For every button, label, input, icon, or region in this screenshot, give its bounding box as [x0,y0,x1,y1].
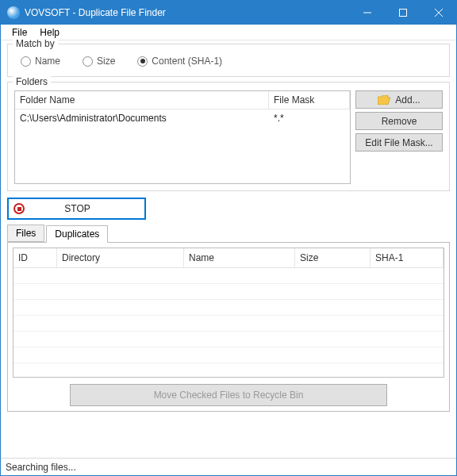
cell-file-mask: *.* [269,109,350,127]
folders-buttons: Add... Remove Edit File Mask... [355,90,443,184]
col-name[interactable]: Name [184,248,295,267]
window-controls [349,1,456,25]
col-id[interactable]: ID [13,248,57,267]
stop-icon [13,203,25,214]
tab-files[interactable]: Files [7,225,44,242]
radio-size-label: Size [97,56,115,67]
cell-folder-name: C:\Users\Administrator\Documents [15,109,269,127]
radio-content[interactable]: Content (SHA-1) [137,56,222,67]
folders-group: Folders Folder Name File Mask C:\Users\A… [7,82,450,191]
results-grid-body [13,268,444,363]
stop-button-label: STOP [29,203,144,214]
window-title: VOVSOFT - Duplicate File Finder [25,7,349,18]
move-to-recycle-button: Move Checked Files to Recycle Bin [70,384,387,406]
menu-bar: File Help [1,25,456,40]
grid-empty-row [13,284,444,300]
col-folder-name[interactable]: Folder Name [15,91,269,109]
folders-table-row[interactable]: C:\Users\Administrator\Documents *.* [15,109,350,127]
results-panel: ID Directory Name Size SHA-1 Move Checke… [7,242,450,412]
grid-empty-row [13,347,444,363]
folders-legend: Folders [13,76,51,87]
edit-file-mask-button[interactable]: Edit File Mask... [355,133,443,152]
folder-open-icon [378,95,390,105]
grid-empty-row [13,332,444,347]
app-icon [7,6,20,19]
grid-empty-row [13,268,444,284]
col-sha1[interactable]: SHA-1 [371,248,444,267]
radio-circle-icon [21,56,31,67]
recycle-button-label: Move Checked Files to Recycle Bin [154,390,304,401]
close-button[interactable] [421,1,456,25]
remove-button[interactable]: Remove [355,112,443,130]
results-grid-header: ID Directory Name Size SHA-1 [13,248,444,268]
edit-mask-button-label: Edit File Mask... [365,137,432,148]
add-button[interactable]: Add... [355,90,443,109]
menu-file[interactable]: File [6,25,33,40]
col-directory[interactable]: Directory [57,248,184,267]
add-button-label: Add... [395,94,420,106]
folders-table[interactable]: Folder Name File Mask C:\Users\Administr… [14,90,351,184]
radio-circle-icon [137,56,148,67]
tab-duplicates[interactable]: Duplicates [46,225,108,243]
col-file-mask[interactable]: File Mask [269,91,350,109]
match-by-group: Match by Name Size Content (SHA-1) [7,44,450,77]
radio-circle-icon [83,56,93,67]
svg-rect-1 [399,10,406,17]
minimize-button[interactable] [349,1,385,25]
radio-content-label: Content (SHA-1) [152,56,222,67]
col-size[interactable]: Size [295,248,371,267]
grid-empty-row [13,316,444,332]
folders-table-header: Folder Name File Mask [15,91,350,109]
status-text: Searching files... [6,462,76,473]
title-bar: VOVSOFT - Duplicate File Finder [1,1,456,25]
grid-empty-row [13,300,444,316]
remove-button-label: Remove [382,116,417,127]
menu-help[interactable]: Help [33,25,66,40]
tabs: Files Duplicates [7,225,450,242]
results-grid[interactable]: ID Directory Name Size SHA-1 [13,248,444,378]
stop-button[interactable]: STOP [7,198,146,220]
radio-name-label: Name [35,56,60,67]
match-by-legend: Match by [13,38,58,49]
content-area: Match by Name Size Content (SHA-1) Folde… [1,40,456,458]
maximize-button[interactable] [385,1,421,25]
radio-size[interactable]: Size [83,56,115,67]
status-bar: Searching files... [1,458,456,475]
radio-name[interactable]: Name [21,56,60,67]
match-by-options: Name Size Content (SHA-1) [14,52,443,70]
